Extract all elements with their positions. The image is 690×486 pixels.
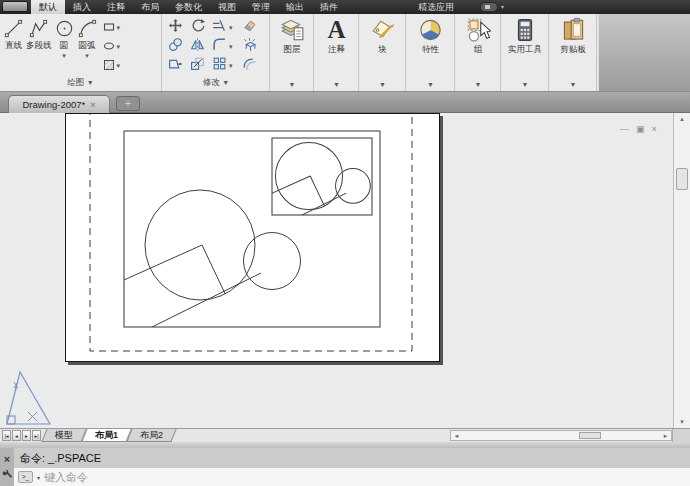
new-tab-button[interactable]: + [116, 96, 140, 111]
explode-icon [242, 37, 257, 56]
rectangle-button[interactable]: ▾ [102, 19, 122, 37]
stretch-button[interactable] [168, 56, 190, 75]
polyline-button[interactable]: 多段线 [25, 17, 53, 61]
minimize-icon[interactable]: — [620, 124, 629, 134]
chevron-down-icon[interactable]: ▾ [229, 24, 233, 32]
horizontal-scrollbar[interactable]: ◂ ▸ [450, 430, 672, 441]
fillet-button[interactable]: ▾ [212, 37, 242, 56]
command-input-line[interactable]: >_ ▾ 键入命令 [14, 468, 690, 486]
file-tab-label: Drawing-2007* [22, 99, 85, 110]
ribbon-tab-参数化[interactable]: 参数化 [167, 0, 210, 14]
tab-featured-apps[interactable]: 精选应用 [410, 0, 462, 14]
layout-tab-布局1[interactable]: 布局1 [84, 429, 129, 442]
panel-annotation[interactable]: A 注释 ▼ [315, 14, 359, 91]
restore-icon[interactable]: ▣ [636, 124, 645, 134]
panel-layers[interactable]: 图层 ▼ [271, 14, 314, 91]
command-history-line[interactable]: 命令: _.PSPACE [14, 448, 690, 468]
circle-icon [54, 18, 75, 40]
chevron-down-icon[interactable]: ▾ [501, 0, 504, 14]
layout-tab-模型[interactable]: 模型 [44, 429, 84, 442]
sheet-tabs: 模型布局1布局2 [44, 429, 174, 442]
erase-button[interactable] [242, 18, 264, 37]
close-icon[interactable]: × [90, 100, 95, 110]
panel-utilities[interactable]: 实用工具 ▼ [502, 14, 549, 91]
panel-block[interactable]: 块 ▼ [360, 14, 406, 91]
ribbon-tab-输出[interactable]: 输出 [278, 0, 312, 14]
panel-label: 块 [378, 44, 387, 56]
chevron-down-icon[interactable]: ▼ [379, 81, 386, 88]
panel-groups[interactable]: 组 ▼ [456, 14, 501, 91]
sheet-nav-prev-button[interactable]: ◂ [12, 430, 21, 441]
sheet-nav-next-button[interactable]: ▸ [22, 430, 31, 441]
panel-label: 图层 [284, 44, 301, 56]
ribbon-tab-默认[interactable]: 默认 [31, 0, 65, 14]
chevron-down-icon[interactable]: ▼ [289, 81, 296, 88]
line-button[interactable]: 直线 [2, 17, 25, 61]
ribbon-tab-管理[interactable]: 管理 [244, 0, 278, 14]
chevron-down-icon[interactable]: ▼ [333, 81, 340, 88]
customize-wrench-icon[interactable] [2, 469, 13, 480]
command-prompt-icon[interactable]: >_ [18, 471, 33, 483]
fillet-icon [212, 37, 227, 56]
scroll-left-icon[interactable]: ◂ [451, 431, 462, 440]
ribbon-tab-视图[interactable]: 视图 [210, 0, 244, 14]
panel-properties[interactable]: 特性 ▼ [407, 14, 455, 91]
sheet-nav-last-button[interactable]: ▸| [32, 430, 41, 441]
chevron-down-icon[interactable]: ▼ [475, 81, 482, 88]
horizontal-scroll-thumb[interactable] [579, 432, 601, 439]
array-button[interactable]: ▾ [212, 56, 242, 75]
ribbon-tab-布局[interactable]: 布局 [133, 0, 167, 14]
drawing-canvas[interactable]: — ▣ × ▴ ▾ [0, 113, 690, 428]
button-label: 圆弧 [79, 40, 96, 52]
copy-icon [168, 37, 183, 56]
scroll-right-icon[interactable]: ▸ [660, 431, 671, 440]
vertical-scroll-thumb[interactable] [676, 168, 688, 190]
scroll-down-icon[interactable]: ▾ [674, 416, 690, 428]
panel-title-modify[interactable]: 修改 ▼ [163, 77, 269, 89]
close-icon[interactable]: × [4, 454, 10, 465]
chevron-down-icon[interactable]: ▾ [85, 52, 89, 60]
quick-access-stub[interactable] [2, 1, 28, 12]
copy-button[interactable] [168, 37, 190, 56]
layout-paper [65, 113, 440, 362]
chevron-down-icon[interactable]: ▾ [62, 52, 66, 60]
chevron-down-icon[interactable]: ▾ [117, 43, 121, 51]
panel-label: 剪贴板 [560, 44, 586, 56]
close-icon[interactable]: × [652, 124, 657, 134]
chevron-down-icon[interactable]: ▾ [117, 62, 121, 70]
ribbon-tab-注释[interactable]: 注释 [99, 0, 133, 14]
chevron-down-icon[interactable]: ▾ [37, 474, 40, 481]
sheet-nav-first-button[interactable]: |◂ [2, 430, 11, 441]
scroll-up-icon[interactable]: ▴ [674, 113, 690, 125]
chevron-down-icon[interactable]: ▼ [427, 81, 434, 88]
offset-button[interactable] [242, 56, 264, 75]
explode-button[interactable] [242, 37, 264, 56]
vertical-scrollbar[interactable]: ▴ ▾ [673, 113, 690, 428]
panel-clipboard[interactable]: 剪贴板 ▼ [550, 14, 597, 91]
trim-button[interactable]: ▾ [212, 18, 242, 37]
chevron-down-icon[interactable]: ▾ [229, 62, 233, 70]
file-tab-drawing[interactable]: Drawing-2007* × [8, 95, 110, 113]
panel-title-draw[interactable]: 绘图 ▼ [0, 77, 161, 89]
mirror-button[interactable] [190, 37, 212, 56]
ribbon-tab-插入[interactable]: 插入 [65, 0, 99, 14]
button-label: 直线 [5, 40, 22, 52]
layout-tab-布局2[interactable]: 布局2 [129, 429, 174, 442]
chevron-down-icon[interactable]: ▾ [117, 24, 121, 32]
circle-button[interactable]: 圆▾ [53, 17, 76, 61]
hatch-button[interactable]: ▾ [102, 57, 122, 75]
chevron-down-icon[interactable]: ▼ [570, 81, 577, 88]
panel-draw: 直线多段线圆▾圆弧▾ ▾▾▾ 绘图 ▼ [0, 14, 162, 91]
ribbon-tab-插件[interactable]: 插件 [312, 0, 346, 14]
arc-button[interactable]: 圆弧▾ [76, 17, 99, 61]
ellipse-button[interactable]: ▾ [102, 38, 122, 56]
chevron-down-icon[interactable]: ▼ [522, 81, 529, 88]
chevron-down-icon[interactable]: ▾ [229, 43, 233, 51]
hatch-icon [103, 57, 115, 75]
scale-button[interactable] [190, 56, 212, 75]
exchange-apps-icon[interactable] [480, 2, 498, 12]
rotate-button[interactable] [190, 18, 212, 37]
trim-icon [212, 18, 227, 37]
properties-sphere-icon [418, 17, 443, 43]
move-button[interactable] [168, 18, 190, 37]
